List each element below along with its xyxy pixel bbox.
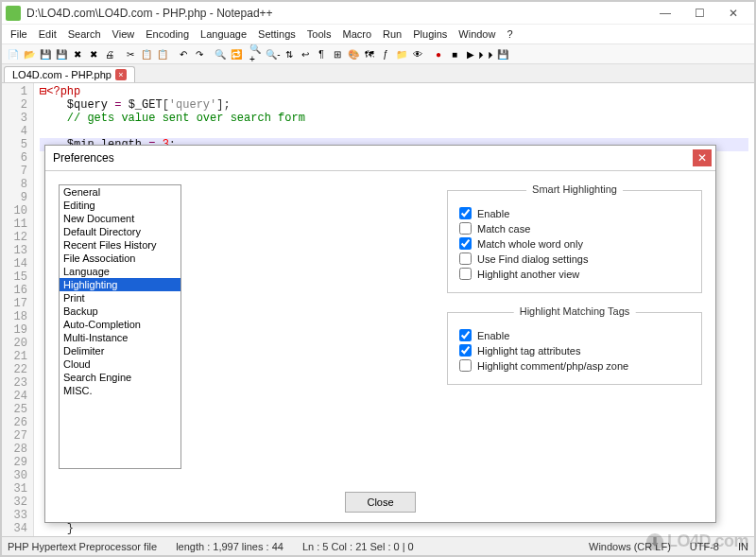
close-button[interactable]: ✕	[716, 3, 750, 24]
checkbox[interactable]	[459, 329, 472, 341]
code-line[interactable]	[40, 125, 748, 138]
copy-icon[interactable]: 📋	[139, 46, 154, 61]
code-line[interactable]: $query = $_GET['query'];	[40, 98, 748, 112]
checkbox[interactable]	[459, 252, 472, 265]
menu-help[interactable]: ?	[502, 26, 517, 42]
line-number: 25	[4, 403, 27, 416]
redo-icon[interactable]: ↷	[192, 46, 207, 61]
pref-category-item[interactable]: Recent Files History	[60, 238, 180, 252]
pref-category-item[interactable]: Default Directory	[60, 225, 180, 238]
check-smart-wholeword[interactable]: Match whole word only	[459, 237, 690, 250]
checkbox[interactable]	[459, 237, 472, 250]
play-macro-icon[interactable]: ▶	[463, 46, 478, 61]
code-line[interactable]: }	[40, 522, 748, 535]
title-bar: D:\LO4D.com\LO4D.com - PHP.php - Notepad…	[2, 2, 754, 25]
close-all-icon[interactable]: ✖	[86, 46, 101, 61]
checkbox[interactable]	[459, 359, 472, 372]
pref-category-item[interactable]: Cloud	[60, 357, 180, 371]
save-macro-icon[interactable]: 💾	[495, 46, 510, 61]
menu-settings[interactable]: Settings	[253, 26, 301, 42]
open-file-icon[interactable]: 📂	[22, 46, 37, 61]
check-tags-enable[interactable]: Enable	[459, 329, 690, 341]
zoom-out-icon[interactable]: 🔍-	[266, 46, 281, 61]
line-number: 3	[4, 112, 27, 125]
close-button[interactable]: Close	[345, 492, 415, 513]
close-file-icon[interactable]: ✖	[70, 46, 85, 61]
menu-language[interactable]: Language	[196, 26, 251, 42]
func-list-icon[interactable]: ƒ	[378, 46, 393, 61]
pref-category-item[interactable]: Highlighting	[60, 278, 180, 291]
pref-category-item[interactable]: Auto-Completion	[60, 318, 180, 331]
check-tags-attrs[interactable]: Highlight tag attributes	[459, 344, 690, 357]
menu-macro[interactable]: Macro	[337, 26, 376, 42]
menu-tools[interactable]: Tools	[302, 26, 336, 42]
checkbox[interactable]	[459, 222, 472, 235]
wrap-icon[interactable]: ↩	[298, 46, 313, 61]
show-all-chars-icon[interactable]: ¶	[314, 46, 329, 61]
menu-encoding[interactable]: Encoding	[141, 26, 194, 42]
menu-plugins[interactable]: Plugins	[408, 26, 452, 42]
zoom-in-icon[interactable]: 🔍+	[249, 46, 265, 61]
check-tags-comment[interactable]: Highlight comment/php/asp zone	[459, 359, 690, 372]
pref-category-item[interactable]: Multi-Instance	[60, 331, 180, 344]
preferences-category-list[interactable]: GeneralEditingNew DocumentDefault Direct…	[59, 184, 181, 469]
monitoring-icon[interactable]: 👁	[410, 46, 425, 61]
checkbox[interactable]	[459, 268, 472, 280]
dialog-close-button[interactable]: ✕	[693, 149, 712, 166]
pref-category-item[interactable]: Language	[60, 265, 180, 278]
pref-category-item[interactable]: Editing	[60, 199, 180, 212]
maximize-button[interactable]: ☐	[682, 3, 716, 24]
menu-edit[interactable]: Edit	[34, 26, 61, 42]
menu-view[interactable]: View	[108, 26, 140, 42]
stop-macro-icon[interactable]: ■	[447, 46, 462, 61]
doc-map-icon[interactable]: 🗺	[362, 46, 377, 61]
pref-category-item[interactable]: Backup	[60, 305, 180, 318]
replace-icon[interactable]: 🔁	[229, 46, 244, 61]
tab-file[interactable]: LO4D.com - PHP.php ×	[4, 66, 135, 82]
cut-icon[interactable]: ✂	[123, 46, 138, 61]
menu-window[interactable]: Window	[454, 26, 500, 42]
group-smart-highlighting: Smart Highlighting Enable Match case Mat…	[447, 190, 702, 293]
pref-category-item[interactable]: General	[60, 185, 180, 199]
line-number: 30	[4, 469, 27, 482]
pref-category-item[interactable]: MISC.	[60, 384, 180, 397]
line-number: 16	[4, 284, 27, 297]
sync-scroll-icon[interactable]: ⇅	[282, 46, 297, 61]
code-line[interactable]: ⊟<?php	[40, 85, 748, 98]
check-smart-anotherview[interactable]: Highlight another view	[459, 268, 690, 280]
menu-run[interactable]: Run	[378, 26, 406, 42]
pref-category-item[interactable]: Delimiter	[60, 344, 180, 357]
tab-close-icon[interactable]: ×	[115, 69, 127, 80]
paste-icon[interactable]: 📋	[155, 46, 170, 61]
pref-category-item[interactable]: Search Engine	[60, 371, 180, 384]
indent-guide-icon[interactable]: ⊞	[330, 46, 345, 61]
udl-icon[interactable]: 🎨	[346, 46, 361, 61]
code-line[interactable]: // gets value sent over search form	[40, 112, 748, 125]
minimize-button[interactable]: —	[648, 3, 682, 24]
pref-category-item[interactable]: New Document	[60, 212, 180, 225]
pref-category-item[interactable]: Print	[60, 291, 180, 305]
menu-search[interactable]: Search	[63, 26, 106, 42]
line-number: 29	[4, 456, 27, 469]
save-icon[interactable]: 💾	[38, 46, 53, 61]
record-macro-icon[interactable]: ●	[431, 46, 446, 61]
pref-category-item[interactable]: File Association	[60, 252, 180, 265]
group-legend: Smart Highlighting	[526, 183, 623, 195]
print-icon[interactable]: 🖨	[102, 46, 117, 61]
play-multi-macro-icon[interactable]: ⏵⏵	[479, 46, 494, 61]
check-smart-matchcase[interactable]: Match case	[459, 222, 690, 235]
app-icon	[6, 6, 21, 21]
checkbox[interactable]	[459, 344, 472, 357]
undo-icon[interactable]: ↶	[176, 46, 191, 61]
code-line[interactable]	[40, 535, 748, 536]
check-smart-enable[interactable]: Enable	[459, 207, 690, 219]
status-bar: PHP Hypertext Preprocessor file length :…	[2, 536, 754, 555]
folder-workspace-icon[interactable]: 📁	[394, 46, 409, 61]
save-all-icon[interactable]: 💾	[54, 46, 69, 61]
checkbox[interactable]	[459, 207, 472, 219]
new-file-icon[interactable]: 📄	[6, 46, 21, 61]
line-number: 18	[4, 310, 27, 323]
check-smart-usefind[interactable]: Use Find dialog settings	[459, 252, 690, 265]
menu-file[interactable]: File	[6, 26, 32, 42]
find-icon[interactable]: 🔍	[213, 46, 228, 61]
